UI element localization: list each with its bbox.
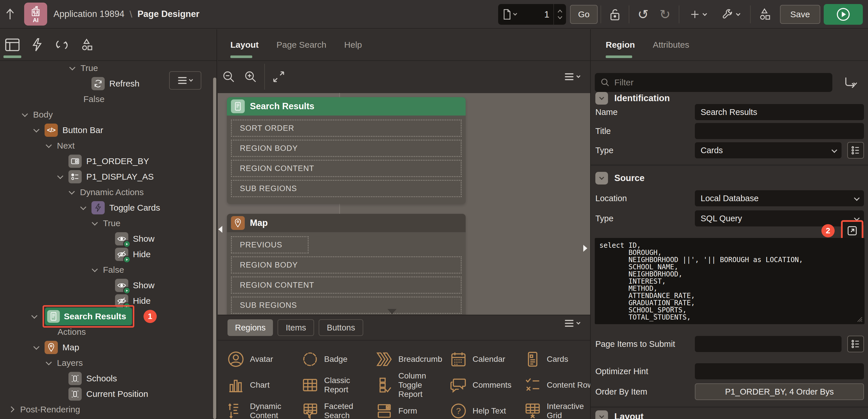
gallery-item-calendar[interactable]: Calendar — [450, 346, 522, 372]
collapse-section-icon[interactable] — [595, 410, 608, 419]
layout-slot-sub-regions[interactable]: SUB REGIONS — [231, 297, 462, 314]
name-field[interactable]: Search Results — [695, 104, 864, 120]
chevron-down-icon[interactable] — [68, 189, 75, 196]
tree-node-button-bar[interactable]: </>Button Bar — [33, 122, 103, 138]
shared-components-icon[interactable] — [74, 38, 99, 52]
tree-node-true[interactable]: True — [91, 216, 121, 231]
tree-node-p1-display-as[interactable]: P1_DISPLAY_AS — [57, 169, 154, 185]
tree-node-show[interactable]: Show — [115, 278, 154, 293]
tree-node-true[interactable]: True — [69, 60, 98, 76]
region-card-map[interactable]: MapPREVIOUSREGION BODYREGION CONTENTSUB … — [227, 214, 466, 315]
layout-slot-sort-order[interactable]: SORT ORDER — [231, 120, 462, 137]
create-menu-button[interactable] — [682, 9, 714, 19]
chevron-down-icon[interactable] — [45, 359, 52, 366]
region-card-search-results[interactable]: Search ResultsSORT ORDERREGION BODYREGIO… — [227, 97, 466, 204]
breadcrumb-application[interactable]: Application 19894 — [54, 9, 124, 19]
tree-node-dynamic-actions[interactable]: Dynamic Actions — [68, 185, 144, 200]
lock-icon[interactable] — [604, 7, 626, 21]
shared-components-icon[interactable] — [753, 7, 775, 21]
sql-query-code-editor[interactable]: select ID, BOROUGH, NEIGHBORHOOD ||', '|… — [595, 238, 865, 324]
gallery-item-cards[interactable]: Cards — [524, 346, 590, 372]
region-card-header[interactable]: Map — [227, 214, 466, 232]
tree-menu-button[interactable] — [169, 71, 201, 90]
tree-node-selected-pill[interactable]: Search Results — [45, 308, 132, 325]
undo-icon[interactable]: ↺ — [632, 8, 654, 21]
gallery-tab-regions[interactable]: Regions — [227, 319, 273, 336]
gallery-item-avatar[interactable]: Avatar — [227, 346, 300, 372]
collapse-section-icon[interactable] — [595, 172, 608, 185]
tree-node-body[interactable]: Body — [22, 107, 53, 122]
tab-layout[interactable]: Layout — [230, 40, 258, 50]
tab-page-search[interactable]: Page Search — [276, 40, 326, 50]
utilities-menu-button[interactable] — [714, 9, 747, 20]
layout-slot-region-content[interactable]: REGION CONTENT — [231, 160, 462, 177]
tree-node-map[interactable]: Map — [33, 340, 79, 355]
chevron-down-icon[interactable] — [33, 344, 40, 351]
tab-attributes[interactable]: Attributes — [653, 40, 689, 50]
page-number-stepper[interactable] — [553, 4, 566, 25]
gallery-menu-button[interactable] — [559, 320, 586, 327]
page-number-input[interactable]: 1 — [517, 9, 553, 20]
application-icon[interactable]: AI — [24, 3, 47, 26]
tree-node-schools[interactable]: Schools — [68, 371, 117, 386]
tree-node-refresh[interactable]: Refresh — [91, 76, 140, 91]
redo-icon[interactable]: ↻ — [654, 8, 676, 21]
tree-scrollbar[interactable] — [213, 77, 216, 419]
layout-slot-region-content[interactable]: REGION CONTENT — [231, 277, 462, 294]
gallery-item-badge[interactable]: Badge — [302, 346, 374, 372]
gallery-item-form[interactable]: Form — [376, 398, 448, 419]
gallery-item-column-toggle-report[interactable]: Column Toggle Report — [376, 372, 448, 398]
order-by-item-button[interactable]: P1_ORDER_BY, 4 Order Bys — [695, 383, 864, 400]
save-button[interactable]: Save — [780, 5, 820, 24]
tree-node-p1-order-by[interactable]: P1_ORDER_BY — [68, 154, 149, 169]
gallery-item-content-row[interactable]: Content Row — [524, 372, 590, 398]
title-field[interactable] — [695, 123, 864, 139]
gallery-item-help-text[interactable]: ?Help Text — [450, 398, 522, 419]
chevron-down-icon[interactable] — [69, 65, 76, 71]
tree-node-toggle-cards[interactable]: Toggle Cards — [80, 200, 160, 216]
tab-help[interactable]: Help — [344, 40, 362, 50]
gallery-tab-items[interactable]: Items — [278, 319, 314, 336]
tree-node-layers[interactable]: Layers — [45, 355, 83, 371]
go-button[interactable]: Go — [570, 5, 598, 24]
gallery-item-breadcrumb[interactable]: Breadcrumb — [376, 346, 448, 372]
page-items-field[interactable] — [695, 336, 841, 352]
layout-slot-region-body[interactable]: REGION BODY — [231, 256, 462, 273]
run-button[interactable] — [824, 4, 863, 25]
gallery-item-comments[interactable]: Comments — [450, 372, 522, 398]
type-picker-button[interactable] — [847, 142, 864, 159]
location-select[interactable]: Local Database — [695, 190, 864, 206]
processing-icon[interactable] — [50, 38, 74, 52]
tree-node-hide[interactable]: Hide — [115, 247, 151, 262]
optimizer-hint-field[interactable] — [695, 363, 864, 379]
tree-node-actions[interactable]: Actions — [58, 324, 86, 340]
page-selector[interactable]: 1 — [498, 4, 566, 25]
layout-slot-region-body[interactable]: REGION BODY — [231, 140, 462, 157]
gallery-item-faceted-search[interactable]: Faceted Search — [302, 398, 374, 419]
page-items-picker-button[interactable] — [847, 336, 864, 352]
rendering-icon[interactable] — [0, 38, 25, 52]
chevron-down-icon[interactable] — [80, 204, 87, 211]
gallery-item-classic-report[interactable]: Classic Report — [302, 372, 374, 398]
layout-slot-sub-regions[interactable]: SUB REGIONS — [231, 180, 462, 197]
gallery-item-interactive-grid[interactable]: Interactive Grid — [524, 398, 590, 419]
chevron-down-icon[interactable] — [33, 127, 40, 134]
tree-node-next[interactable]: Next — [45, 138, 75, 154]
collapse-left-arrow[interactable] — [218, 226, 222, 233]
collapse-section-icon[interactable] — [595, 92, 608, 105]
filter-input[interactable]: Filter — [595, 73, 832, 92]
tree-node-show[interactable]: Show — [115, 231, 154, 247]
chevron-down-icon[interactable] — [91, 266, 98, 273]
zoom-out-icon[interactable] — [218, 70, 240, 83]
gallery-item-chart[interactable]: Chart — [227, 372, 300, 398]
chevron-down-icon[interactable] — [91, 220, 98, 227]
type-select[interactable]: Cards — [695, 142, 841, 158]
layout-menu-button[interactable] — [559, 73, 586, 80]
resize-handle-icon[interactable] — [855, 315, 863, 322]
tree-node-current-position[interactable]: Current Position — [68, 386, 148, 402]
layout-slot-previous[interactable]: PREVIOUS — [231, 236, 309, 254]
gallery-item-dynamic-content[interactable]: Dynamic Content — [227, 398, 300, 419]
dynamic-actions-icon[interactable] — [25, 38, 50, 52]
goto-group-icon[interactable] — [838, 74, 865, 91]
up-arrow-icon[interactable] — [0, 8, 20, 21]
